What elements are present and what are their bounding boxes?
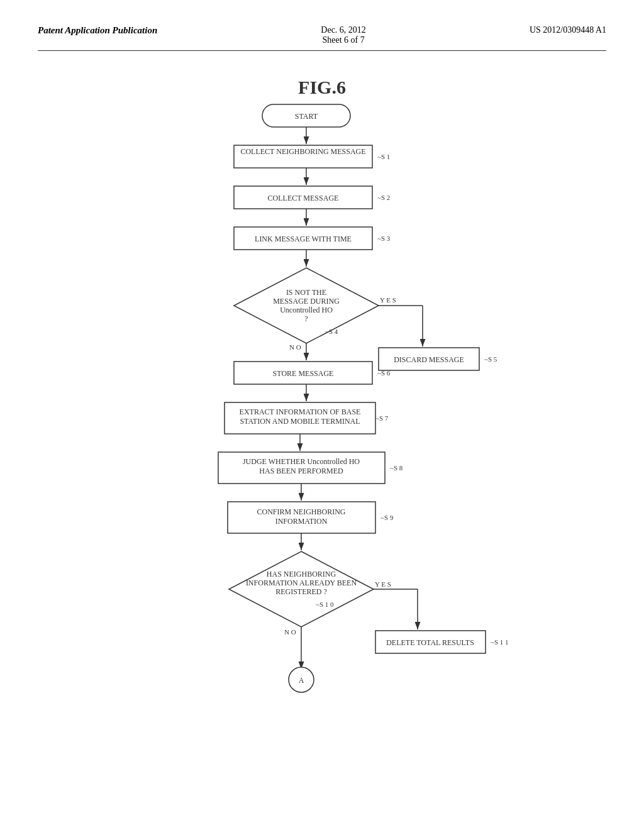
s5-label: ~S 5	[484, 355, 497, 363]
s7-label: ~S 7	[375, 414, 389, 422]
s8-line2: HAS BEEN PERFORMED	[259, 467, 343, 475]
s10-yes: Y E S	[375, 580, 391, 588]
s4-label: ~S 4	[325, 328, 338, 335]
sheet-text: Sheet 6 of 7	[321, 35, 366, 45]
s10-no: N O	[284, 628, 296, 636]
s5-text: DISCARD MESSAGE	[394, 355, 464, 364]
s10-line2: INFORMATION ALREADY BEEN	[246, 578, 357, 587]
s4-no: N O	[289, 343, 301, 351]
s7-line1: EXTRACT INFORMATION OF BASE	[240, 407, 361, 416]
s6-label: ~S 6	[377, 369, 391, 377]
s11-text: DELETE TOTAL RESULTS	[386, 638, 474, 647]
s4-line4: ?	[304, 314, 308, 323]
s9-line2: INFORMATION	[275, 517, 328, 526]
s8-line1: JUDGE WHETHER Uncontrolled HO	[243, 457, 360, 466]
s2-label: ~S 2	[377, 194, 390, 201]
date-sheet: Dec. 6, 2012 Sheet 6 of 7	[321, 25, 366, 45]
s1-line1: COLLECT NEIGHBORING MESSAGE	[240, 147, 365, 156]
date-text: Dec. 6, 2012	[321, 25, 366, 35]
s10-line3: REGISTERED ?	[275, 587, 327, 596]
s11-label: ~S 1 1	[491, 638, 509, 646]
flowchart-svg: FIG.6 START COLLECT NEIGHBORING MESSAGE …	[102, 70, 542, 780]
s9-line1: CONFIRM NEIGHBORING	[257, 507, 345, 516]
s2-text: COLLECT MESSAGE	[268, 194, 339, 202]
s10-label: ~S 1 0	[316, 600, 334, 608]
patent-number: US 2012/0309448 A1	[530, 25, 606, 35]
publication-text: Patent Application Publication	[38, 25, 157, 35]
s8-label: ~S 8	[390, 464, 403, 472]
s9-label: ~S 9	[380, 514, 394, 521]
fig-title: FIG.6	[298, 77, 346, 97]
s6-text: STORE MESSAGE	[273, 369, 334, 378]
s3-label: ~S 3	[377, 235, 391, 242]
s4-line2: MESSAGE DURING	[273, 297, 340, 306]
page: Patent Application Publication Dec. 6, 2…	[0, 0, 644, 830]
s4-line1: IS NOT THE	[286, 288, 326, 297]
s7-line2: STATION AND MOBILE TERMINAL	[240, 417, 360, 426]
a-connector: A	[299, 676, 304, 685]
s1-label: ~S 1	[377, 153, 390, 160]
diagram-container: FIG.6 START COLLECT NEIGHBORING MESSAGE …	[38, 70, 606, 780]
patent-text: US 2012/0309448 A1	[530, 25, 606, 35]
s4-line3: Uncontrolled HO	[280, 306, 333, 314]
publication-label: Patent Application Publication	[38, 25, 157, 36]
s4-yes: Y E S	[380, 296, 396, 304]
s3-text: LINK MESSAGE WITH TIME	[255, 235, 352, 243]
start-label: START	[295, 112, 318, 121]
page-header: Patent Application Publication Dec. 6, 2…	[38, 25, 606, 51]
s10-line1: HAS NEIGHBORING	[267, 570, 336, 578]
